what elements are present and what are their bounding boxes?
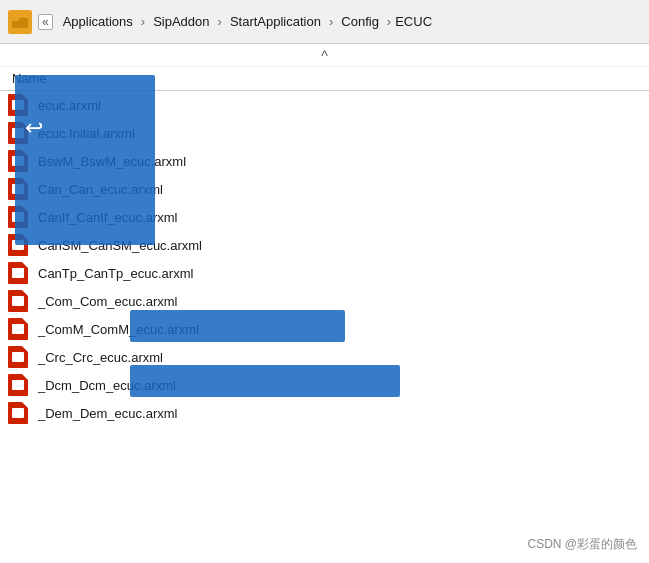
censor-overlay-2 [130, 310, 345, 342]
file-name: CanTp_CanTp_ecuc.arxml [38, 266, 193, 281]
arxml-icon [8, 402, 28, 424]
breadcrumb-expand-button[interactable]: « [38, 14, 53, 30]
breadcrumb-sipaddon[interactable]: SipAddon [149, 12, 213, 31]
breadcrumb-applications[interactable]: Applications [59, 12, 137, 31]
svg-rect-1 [12, 18, 19, 21]
curved-arrow-icon: ↩ [25, 115, 43, 141]
toolbar: « Applications › SipAddon › StartApplica… [0, 0, 649, 44]
arxml-icon [8, 346, 28, 368]
arxml-icon-inner [12, 352, 24, 362]
list-item[interactable]: _Dem_Dem_ecuc.arxml [0, 399, 649, 427]
censor-overlay-1 [15, 75, 155, 245]
arxml-icon-inner [12, 408, 24, 418]
file-name: _Dem_Dem_ecuc.arxml [38, 406, 177, 421]
breadcrumb: « Applications › SipAddon › StartApplica… [38, 12, 641, 31]
watermark: CSDN @彩蛋的颜色 [527, 536, 637, 553]
file-name: _Com_Com_ecuc.arxml [38, 294, 177, 309]
breadcrumb-config[interactable]: Config [337, 12, 383, 31]
up-arrow-button[interactable]: ^ [321, 48, 328, 64]
arxml-icon [8, 374, 28, 396]
arxml-icon [8, 290, 28, 312]
folder-icon [8, 10, 32, 34]
censor-overlay-3 [130, 365, 400, 397]
arxml-icon-inner [12, 268, 24, 278]
breadcrumb-sep-3: › [329, 14, 333, 29]
file-icon [8, 374, 32, 396]
arxml-icon-inner [12, 324, 24, 334]
breadcrumb-sep-4: › [387, 14, 391, 29]
arxml-icon-inner [12, 380, 24, 390]
up-arrow-row: ^ [0, 44, 649, 67]
list-item[interactable]: CanTp_CanTp_ecuc.arxml [0, 259, 649, 287]
breadcrumb-startapplication[interactable]: StartApplication [226, 12, 325, 31]
file-icon [8, 290, 32, 312]
file-icon [8, 318, 32, 340]
file-icon [8, 262, 32, 284]
breadcrumb-ecuc: ECUC [395, 14, 432, 29]
arxml-icon [8, 318, 28, 340]
breadcrumb-sep-2: › [218, 14, 222, 29]
file-icon [8, 402, 32, 424]
file-name: _Crc_Crc_ecuc.arxml [38, 350, 163, 365]
arxml-icon [8, 262, 28, 284]
file-icon [8, 346, 32, 368]
breadcrumb-sep-1: › [141, 14, 145, 29]
arxml-icon-inner [12, 296, 24, 306]
